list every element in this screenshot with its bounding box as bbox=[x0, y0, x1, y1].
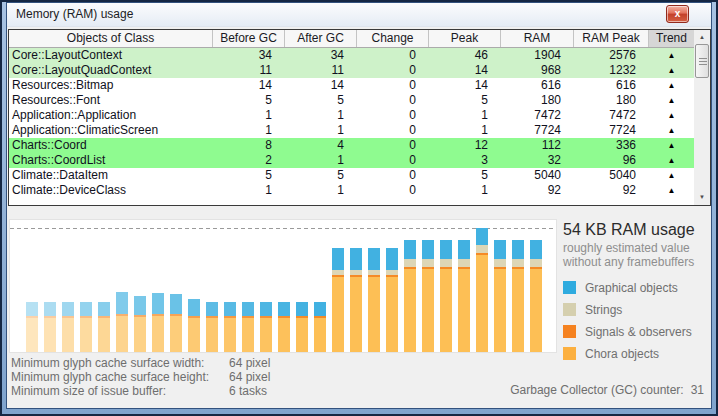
chart-bar bbox=[98, 302, 110, 352]
column-header-trend[interactable]: Trend bbox=[649, 30, 694, 47]
bar-segment-chora bbox=[44, 318, 56, 352]
cell-ram: 180 bbox=[501, 93, 574, 108]
legend-item-strings: Strings bbox=[563, 303, 711, 316]
table-row[interactable]: Application::ClimaticScreen110177247724▲ bbox=[9, 123, 710, 138]
bar-segment-graphical bbox=[44, 302, 56, 316]
close-icon[interactable]: x bbox=[666, 5, 689, 23]
bar-segment-chora bbox=[476, 255, 488, 352]
cell-ram: 7472 bbox=[501, 108, 574, 123]
cell-class-name: Charts::Coord bbox=[9, 138, 213, 153]
cell-ram: 5040 bbox=[501, 168, 574, 183]
trend-up-icon: ▲ bbox=[649, 93, 694, 108]
table-row[interactable]: Climate::DataItem550550405040▲ bbox=[9, 168, 710, 183]
cell-after-gc: 1 bbox=[285, 108, 357, 123]
bar-segment-graphical bbox=[170, 294, 182, 314]
cell-ram-peak: 1232 bbox=[574, 63, 649, 78]
legend-label: Strings bbox=[585, 303, 622, 317]
scroll-down-icon[interactable]: ▼ bbox=[694, 190, 710, 205]
cell-peak: 12 bbox=[429, 138, 501, 153]
cell-after-gc: 1 bbox=[285, 183, 357, 198]
title-bar[interactable]: Memory (RAM) usage x bbox=[7, 3, 711, 27]
bar-segment-chora bbox=[332, 277, 344, 352]
table-row[interactable]: Core::LayoutQuadContext11110149681232▲ bbox=[9, 63, 710, 78]
table-scrollbar[interactable]: ▲ ▼ bbox=[694, 30, 710, 205]
bar-segment-graphical bbox=[98, 302, 110, 316]
chart-bar bbox=[386, 248, 398, 352]
cell-before-gc: 1 bbox=[213, 183, 285, 198]
table-row[interactable]: Climate::DeviceClass11019292▲ bbox=[9, 183, 710, 198]
status-panel: Minimum glyph cache surface width:64 pix… bbox=[11, 356, 270, 398]
cell-ram: 92 bbox=[501, 183, 574, 198]
table-row[interactable]: Resources::Bitmap1414014616616▲ bbox=[9, 78, 710, 93]
cell-peak: 5 bbox=[429, 168, 501, 183]
column-header-ram-peak[interactable]: RAM Peak bbox=[574, 30, 649, 47]
cell-before-gc: 1 bbox=[213, 123, 285, 138]
chart-bar bbox=[116, 292, 128, 352]
cell-after-gc: 4 bbox=[285, 138, 357, 153]
bar-segment-graphical bbox=[422, 240, 434, 259]
column-header-peak[interactable]: Peak bbox=[429, 30, 501, 47]
cell-ram-peak: 336 bbox=[574, 138, 649, 153]
chart-bar bbox=[296, 302, 308, 352]
cell-ram: 7724 bbox=[501, 123, 574, 138]
cell-class-name: Application::ClimaticScreen bbox=[9, 123, 213, 138]
bar-segment-graphical bbox=[404, 240, 416, 259]
column-header-change[interactable]: Change bbox=[357, 30, 429, 47]
bar-segment-graphical bbox=[530, 240, 542, 259]
chart-bar bbox=[188, 299, 200, 352]
column-header-objects-of-class[interactable]: Objects of Class bbox=[9, 30, 213, 47]
scroll-up-icon[interactable]: ▲ bbox=[694, 30, 710, 45]
bar-segment-graphical bbox=[458, 240, 470, 259]
cell-peak: 1 bbox=[429, 123, 501, 138]
cell-ram-peak: 2576 bbox=[574, 48, 649, 63]
chart-bar bbox=[44, 302, 56, 352]
cell-peak: 14 bbox=[429, 78, 501, 93]
cell-ram-peak: 96 bbox=[574, 153, 649, 168]
cell-change: 0 bbox=[357, 78, 429, 93]
cell-peak: 46 bbox=[429, 48, 501, 63]
chart-bar bbox=[26, 302, 38, 352]
chart-bar bbox=[62, 302, 74, 352]
cell-ram-peak: 7472 bbox=[574, 108, 649, 123]
table-row[interactable]: Charts::CoordList21033296▲ bbox=[9, 153, 710, 168]
cell-peak: 14 bbox=[429, 63, 501, 78]
table-row[interactable]: Resources::Font5505180180▲ bbox=[9, 93, 710, 108]
bar-segment-graphical bbox=[494, 240, 506, 259]
column-header-after-gc[interactable]: After GC bbox=[285, 30, 357, 47]
trend-up-icon: ▲ bbox=[649, 183, 694, 198]
chart-bar bbox=[314, 302, 326, 352]
cell-ram: 616 bbox=[501, 78, 574, 93]
table-row[interactable]: Application::Application110174727472▲ bbox=[9, 108, 710, 123]
bar-segment-graphical bbox=[116, 292, 128, 314]
table-row[interactable]: Charts::Coord84012112336▲ bbox=[9, 138, 710, 153]
cell-class-name: Core::LayoutQuadContext bbox=[9, 63, 213, 78]
status-value: 64 pixel bbox=[229, 356, 270, 370]
bar-segment-strings bbox=[422, 259, 434, 267]
cell-before-gc: 14 bbox=[213, 78, 285, 93]
scrollbar-thumb[interactable] bbox=[695, 44, 709, 78]
bar-segment-chora bbox=[188, 318, 200, 352]
chart-bar bbox=[458, 240, 470, 352]
legend-label: Graphical objects bbox=[585, 281, 678, 295]
bar-segment-strings bbox=[440, 259, 452, 267]
bar-segment-chora bbox=[170, 316, 182, 352]
bar-segment-chora bbox=[242, 318, 254, 352]
bar-segment-chora bbox=[206, 318, 218, 352]
cell-ram-peak: 7724 bbox=[574, 123, 649, 138]
peak-gridline bbox=[10, 228, 556, 229]
legend-label: Signals & observers bbox=[585, 325, 692, 339]
gc-counter-label: Garbage Collector (GC) counter: bbox=[510, 383, 683, 397]
column-header-ram[interactable]: RAM bbox=[501, 30, 574, 47]
column-header-before-gc[interactable]: Before GC bbox=[213, 30, 285, 47]
bar-segment-chora bbox=[386, 277, 398, 352]
cell-before-gc: 5 bbox=[213, 168, 285, 183]
chart-bar bbox=[368, 248, 380, 352]
bar-segment-graphical bbox=[260, 302, 272, 316]
legend-swatch-chora-icon bbox=[563, 347, 576, 360]
bar-segment-chora bbox=[350, 277, 362, 352]
chart-bar bbox=[206, 302, 218, 352]
cell-ram: 32 bbox=[501, 153, 574, 168]
table-row[interactable]: Core::LayoutContext343404619042576▲ bbox=[9, 48, 710, 63]
cell-peak: 3 bbox=[429, 153, 501, 168]
legend-swatch-signals-icon bbox=[563, 325, 576, 338]
